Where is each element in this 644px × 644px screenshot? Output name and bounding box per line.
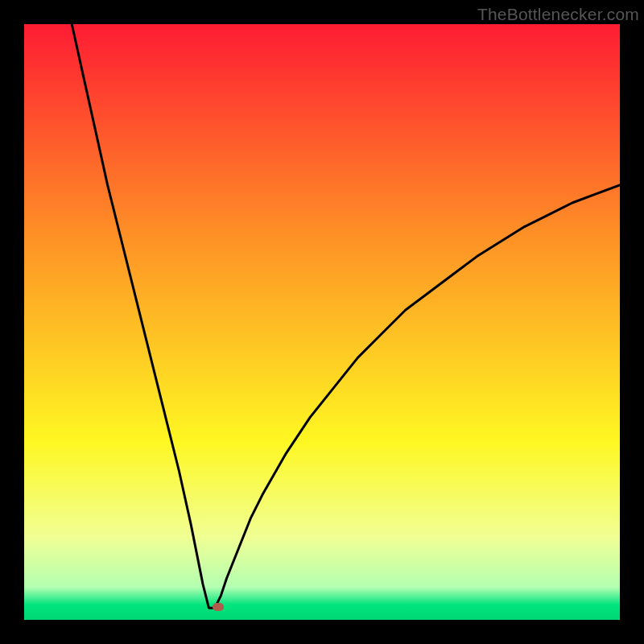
watermark-text: TheBottlenecker.com	[477, 5, 639, 24]
plot-area	[24, 24, 620, 620]
chart-frame: TheBottlenecker.com	[0, 0, 644, 644]
optimum-marker	[213, 603, 224, 611]
bottleneck-curve	[24, 24, 620, 620]
